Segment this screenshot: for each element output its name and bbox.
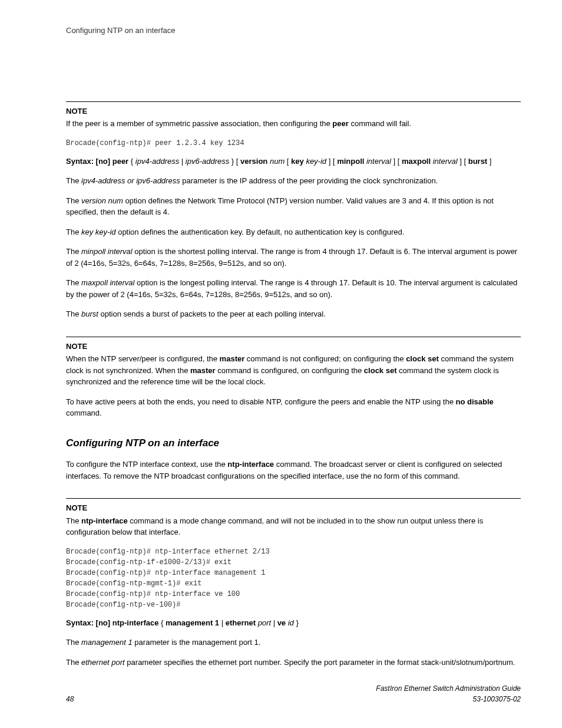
note-text: When the NTP server/peer is configured, … [66, 353, 521, 388]
note-label: NOTE [66, 106, 521, 117]
paragraph: The burst option sends a burst of packet… [66, 308, 521, 320]
page-number: 48 [66, 694, 74, 704]
note-label: NOTE [66, 502, 521, 514]
footer-title: FastIron Ethernet Switch Administration … [376, 683, 521, 694]
t: The [66, 309, 81, 318]
t: To configure the NTP interface context, … [66, 460, 227, 469]
t: ethernet port [81, 658, 125, 667]
t: num [270, 157, 285, 166]
t: key key-id [81, 228, 116, 236]
t: The [66, 638, 81, 647]
t: | [219, 618, 226, 627]
t: ] [ [391, 157, 402, 166]
t: The [66, 176, 81, 185]
code-block: Brocade(config-ntp)# peer 1.2.3.4 key 12… [66, 138, 521, 149]
footer-right: FastIron Ethernet Switch Administration … [376, 683, 521, 704]
t: ipv6-address [186, 157, 229, 166]
text: command will fail. [349, 119, 411, 128]
t: burst [81, 309, 98, 318]
t: option defines the Network Time Protocol… [66, 196, 494, 217]
t: } [ [229, 157, 240, 166]
t: key-id [306, 157, 326, 166]
t: command is not configured; on configurin… [244, 354, 406, 363]
t: ntp-interface [81, 516, 128, 525]
t: To have active peers at both the ends, y… [66, 397, 456, 406]
code-block: Brocade(config-ntp)# ntp-interface ether… [66, 546, 521, 610]
t: The [66, 516, 81, 525]
t: ve [277, 618, 286, 627]
t: The [66, 278, 81, 287]
t: interval [433, 157, 458, 166]
paragraph: To have active peers at both the ends, y… [66, 396, 521, 419]
t: management 1 [166, 618, 219, 627]
t: option sends a burst of packets to the p… [98, 309, 326, 318]
t: ethernet [226, 618, 256, 627]
t: [ [285, 157, 291, 166]
note-text: If the peer is a member of symmetric pas… [66, 118, 521, 130]
t: Syntax: [no] peer [66, 157, 128, 166]
t: parameter is the IP address of the peer … [180, 176, 438, 185]
t: clock set [364, 366, 397, 375]
t: interval [366, 157, 391, 166]
paragraph: To configure the NTP interface context, … [66, 459, 521, 482]
t: When the NTP server/peer is configured, … [66, 354, 220, 363]
t: ] [ [326, 157, 337, 166]
paragraph: The maxpoll interval option is the longe… [66, 277, 521, 300]
note-label: NOTE [66, 341, 521, 353]
t: parameter specifies the ethernet port nu… [125, 658, 515, 667]
t: master [190, 366, 216, 375]
t: The [66, 228, 81, 236]
t: burst [468, 157, 488, 166]
paragraph: The ethernet port parameter specifies th… [66, 657, 521, 668]
note-text: The ntp-interface command is a mode chan… [66, 515, 521, 538]
syntax-line: Syntax: [no] ntp-interface { management … [66, 617, 521, 629]
divider [66, 101, 521, 102]
t: clock set [406, 354, 439, 363]
text-bold: peer [332, 119, 348, 128]
t: command is configured, on configuring th… [216, 366, 364, 375]
t: command is a mode change command, and wi… [66, 516, 483, 537]
t: The [66, 658, 81, 667]
t: Syntax: [no] ntp-interface [66, 618, 158, 627]
paragraph: The ipv4-address or ipv6-address paramet… [66, 175, 521, 187]
t: maxpoll [402, 157, 431, 166]
t: port [258, 618, 271, 627]
syntax-line: Syntax: [no] peer { ipv4-address | ipv6-… [66, 156, 521, 167]
t: ] [ [458, 157, 468, 166]
t: command. [66, 409, 102, 417]
footer-docnum: 53-1003075-02 [376, 694, 521, 704]
t: key [291, 157, 304, 166]
t: version num [81, 196, 123, 205]
t: ipv4-address or ipv6-address [81, 176, 180, 185]
paragraph: The key key-id option defines the authen… [66, 226, 521, 238]
paragraph: The minpoll interval option is the short… [66, 246, 521, 269]
t: ipv4-address [135, 157, 179, 166]
t: The [66, 196, 81, 205]
paragraph: The management 1 parameter is the manage… [66, 637, 521, 648]
t: id [288, 618, 294, 627]
t: no disable [456, 397, 494, 406]
t: The [66, 247, 81, 256]
t: } [294, 618, 299, 627]
t: ] [487, 157, 491, 166]
t: minpoll [337, 157, 364, 166]
divider [66, 337, 521, 337]
section-heading: Configuring NTP on an interface [66, 436, 521, 451]
t: ntp-interface [227, 460, 274, 469]
t: { [128, 157, 135, 166]
t: minpoll interval [81, 247, 133, 256]
page-header: Configuring NTP on an interface [66, 25, 521, 37]
t: maxpoll interval [81, 278, 134, 287]
t: option is the shortest polling interval.… [66, 247, 517, 268]
t: version [240, 157, 267, 166]
page-footer: 48 FastIron Ethernet Switch Administrati… [66, 683, 521, 704]
t: master [220, 354, 245, 363]
paragraph: The version num option defines the Netwo… [66, 195, 521, 218]
t: { [158, 618, 166, 627]
t: option defines the authentication key. B… [116, 228, 405, 236]
t: | [179, 157, 186, 166]
text: If the peer is a member of symmetric pas… [66, 119, 332, 128]
t: parameter is the management port 1. [133, 638, 261, 647]
t: | [271, 618, 277, 627]
t: management 1 [81, 638, 133, 647]
